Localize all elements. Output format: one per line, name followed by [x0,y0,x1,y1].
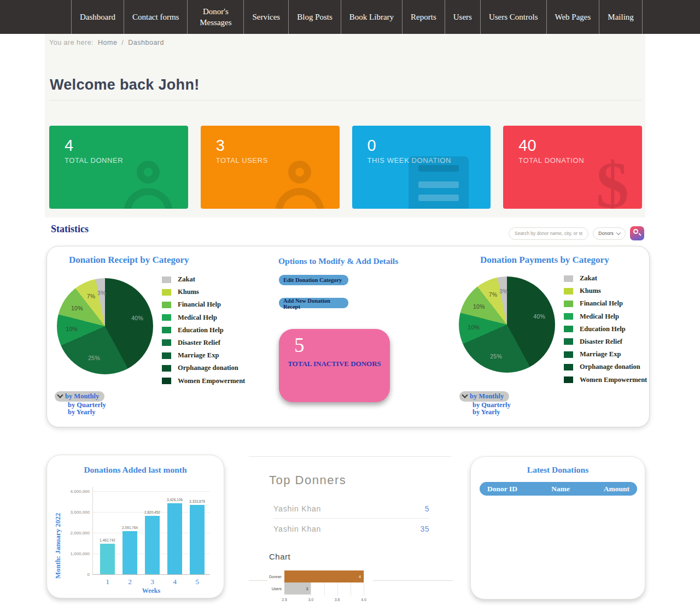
legend-item-medical-help: Medical Help [162,314,245,322]
bar-value-label: 1,462,742 [91,538,124,542]
hbar-tick-label: 2.5 [279,598,290,602]
period-selected-pill[interactable]: by Monthly [55,391,104,402]
x-tick-label: 4 [167,578,182,586]
legend-swatch [564,275,573,282]
legend-item-zakat: Zakat [564,274,647,283]
nav-item-label: Services [252,11,280,22]
legend-item-women-empowerment: Women Empowerment [564,376,647,384]
legend-item-women-empowerment: Women Empowerment [162,377,245,385]
search-group: Donors [509,226,644,240]
top-donner-row: Yashin Khan35 [273,523,429,535]
payments-period-dropdown: by Monthlyby Quarterlyby Yearly [459,390,511,416]
hbar-tick-label: 4.0 [358,598,369,602]
legend-item-khums: Khums [564,287,647,295]
hbar-bar-users: 3 [284,582,311,595]
legend-label: Financial Help [178,301,221,309]
divider-left-segment [249,580,267,581]
receipt-period-dropdown: by Monthlyby Quarterlyby Yearly [55,390,106,416]
bar-value-label: 2,820,452 [136,510,169,514]
nav-item-reports[interactable]: Reports [402,0,445,34]
person-icon-body [275,188,324,209]
legend-label: Marriage Exp [178,351,219,360]
nav-item-label: Donor's Messages [196,6,235,28]
bar-value-label: 3,333,878 [181,499,214,503]
x-tick-label: 5 [190,578,205,586]
pie-slice-label: 3% [97,290,106,296]
legend-item-disaster-relief: Disaster Relief [564,338,647,346]
add-new-donation-recept-button[interactable]: Add New Donation Recept [279,298,348,308]
stat-card-this-week-donation: 0THIS WEEK DONATION [352,126,491,209]
legend-label: Education Help [580,325,626,333]
nav-item-users-controls[interactable]: Users Controls [480,0,546,34]
chevron-down-icon [462,392,468,398]
edit-donation-category-button[interactable]: Edit Donation Category [279,275,348,285]
legend-label: Financial Help [580,299,623,308]
donor-value: 5 [425,504,429,513]
y-tick-label: 2,000,000 [58,531,90,536]
pie-slice-label: 40% [533,313,545,320]
breadcrumb-current: Dashboard [128,39,164,46]
nav-item-label: Mailing [608,11,634,22]
nav-item-services[interactable]: Services [243,0,288,34]
latest-donations-header-row: Donor IDNameAmount [480,482,637,496]
pie-slice-label: 25% [88,355,100,361]
legend-item-financial-help: Financial Help [564,299,647,308]
donor-name: Yashin Khan [273,525,321,533]
pie-slice-label: 25% [490,353,502,360]
bar-week-2: 2,091,764 [122,531,137,574]
person-icon-body [124,188,173,209]
period-option-by-yearly[interactable]: by Yearly [472,409,511,416]
period-option-by-yearly[interactable]: by Yearly [68,409,106,416]
legend-swatch [162,289,171,296]
period-option-by-quarterly[interactable]: by Quarterly [68,402,106,409]
nav-item-donor-s-messages[interactable]: Donor's Messages [187,0,243,34]
stat-cards-row: 4TOTAL DONNER3TOTAL USERS0THIS WEEK DONA… [49,126,642,209]
nav-item-label: Users Controls [489,11,538,22]
receipt-legend: ZakatKhumsFinancial HelpMedical HelpEduc… [162,275,245,385]
legend-label: Women Empowerment [580,376,647,384]
bar-week-4: 3,426,106 [167,503,182,574]
hbar-value-label: 4 [359,575,361,579]
search-input[interactable] [509,227,588,240]
donor-value: 35 [420,525,429,533]
hbar-bar-donner: 4 [284,570,364,582]
legend-swatch [564,313,573,320]
legend-swatch [162,302,171,308]
legend-swatch [162,276,171,283]
nav-item-users[interactable]: Users [445,0,480,34]
nav-item-contact-forms[interactable]: Contact forms [124,0,187,34]
bar-chart-xlabel: Weeks [92,587,210,595]
breadcrumb-home[interactable]: Home [98,39,117,46]
inactive-donors-value: 5 [294,333,305,357]
search-icon [633,229,638,234]
nav-item-dashboard[interactable]: Dashboard [71,0,124,34]
legend-label: Education Help [178,326,224,334]
nav-item-blog-posts[interactable]: Blog Posts [288,0,341,34]
search-filter-select[interactable]: Donors [593,227,626,240]
pie-slice-label: 40% [131,315,143,321]
donations-added-card: Donations Added last month Month: Januar… [46,455,224,598]
welcome-divider [49,100,641,101]
stat-card-total-donner: 4TOTAL DONNER [49,126,188,209]
nav-item-web-pages[interactable]: Web Pages [546,0,599,34]
bar-week-3: 2,820,452 [145,516,160,574]
search-icon-handle [638,233,641,236]
nav-item-label: Book Library [349,11,394,22]
legend-label: Women Empowerment [178,377,245,385]
period-option-by-quarterly[interactable]: by Quarterly [472,402,511,409]
person-icon-head [137,161,160,184]
period-selected-pill[interactable]: by Monthly [459,391,509,402]
bar-chart-plot: 1,462,7422,091,7642,820,4523,426,1063,33… [92,487,210,574]
nav-item-book-library[interactable]: Book Library [341,0,402,34]
statistics-heading: Statistics [51,223,89,235]
nav-item-mailing[interactable]: Mailing [599,0,643,34]
legend-label: Orphanage donation [178,364,238,372]
search-button[interactable] [630,226,644,240]
donation-box-icon [409,156,469,209]
x-tick-label: 1 [100,578,115,586]
pie-slice-label: 10% [66,326,78,332]
legend-swatch [162,352,171,359]
row-divider [273,518,429,519]
legend-item-education-help: Education Help [162,326,245,334]
y-tick-label: 4,000,000 [58,489,90,494]
